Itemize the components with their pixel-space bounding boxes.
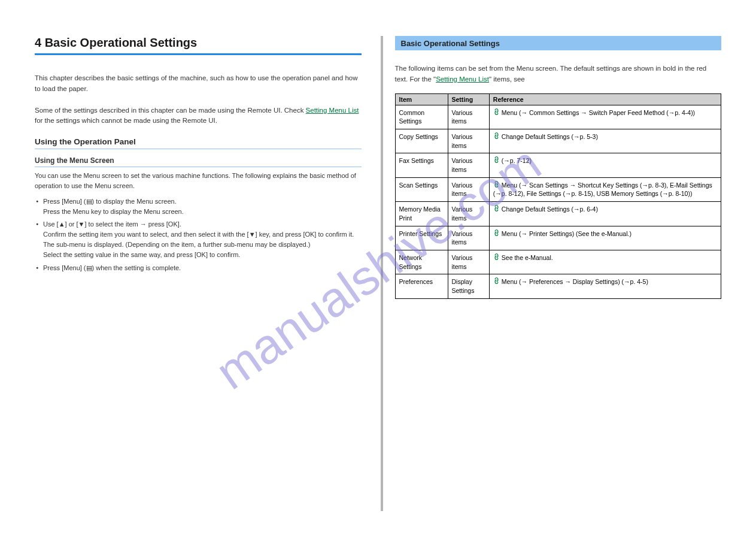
section-using-panel: Using the Operation Panel xyxy=(35,137,362,149)
cell-item: Scan Settings xyxy=(395,177,448,201)
cell-setting: Various items xyxy=(448,250,489,274)
cell-setting: Various items xyxy=(448,105,489,129)
center-divider xyxy=(381,36,383,511)
table-row: Common SettingsVarious itemsMenu (→ Comm… xyxy=(395,105,721,129)
right-intro: The following items can be set from the … xyxy=(395,64,722,85)
link-icon xyxy=(492,276,502,286)
step2-e: ] key, and press [OK] to confirm it. xyxy=(256,231,354,238)
up-icon: ▲ xyxy=(59,220,65,228)
cell-reference[interactable]: Change Default Settings (→p. 6-4) xyxy=(489,202,721,226)
step2-g: Select the setting value in the same way… xyxy=(43,251,240,258)
cell-item: Preferences xyxy=(395,274,448,298)
intro-2a: Some of the settings described in this c… xyxy=(35,107,306,114)
right-intro-link[interactable]: Setting Menu List xyxy=(436,75,489,83)
menu-icon-2: ▤ xyxy=(86,264,92,271)
cell-reference[interactable]: Menu (→ Preferences → Display Settings) … xyxy=(489,274,721,298)
cell-item: Printer Settings xyxy=(395,226,448,250)
table-row: Memory Media PrintVarious itemsChange De… xyxy=(395,202,721,226)
link-icon xyxy=(492,179,502,189)
link-icon xyxy=(492,228,502,237)
cell-reference[interactable]: Menu (→ Printer Settings) (See the e-Man… xyxy=(489,226,721,250)
cell-setting: Various items xyxy=(448,226,489,250)
cell-setting: Various items xyxy=(448,129,489,153)
settings-table: Item Setting Reference Common SettingsVa… xyxy=(395,93,722,299)
cell-reference[interactable]: See the e-Manual. xyxy=(489,250,721,274)
table-row: PreferencesDisplay SettingsMenu (→ Prefe… xyxy=(395,274,721,298)
cell-reference[interactable]: Change Default Settings (→p. 5-3) xyxy=(489,129,721,153)
th-setting: Setting xyxy=(448,93,489,105)
table-header-row: Item Setting Reference xyxy=(395,93,721,105)
table-row: Fax SettingsVarious items(→p. 7-12) xyxy=(395,153,721,177)
table-body: Common SettingsVarious itemsMenu (→ Comm… xyxy=(395,105,721,298)
step-2: Use [▲] or [▼] to select the item → pres… xyxy=(35,219,362,260)
th-reference: Reference xyxy=(489,93,721,105)
right-column: Basic Operational Settings The following… xyxy=(390,36,722,511)
cell-setting: Various items xyxy=(448,153,489,177)
intro-2b: for the settings which cannot be made us… xyxy=(35,117,217,124)
right-header-bar: Basic Operational Settings xyxy=(395,36,722,50)
intro-paragraph-1: This chapter describes the basic setting… xyxy=(35,73,362,95)
cell-setting: Various items xyxy=(448,202,489,226)
right-intro-b: " items, see xyxy=(489,75,525,83)
page-container: 4 Basic Operational Settings This chapte… xyxy=(0,0,756,535)
down-icon-2: ▼ xyxy=(249,231,256,238)
step2-c: ] to select the item → press [OK]. xyxy=(84,220,181,228)
step-1: Press [Menu] (▤) to display the Menu scr… xyxy=(35,197,362,217)
link-icon xyxy=(492,107,502,116)
menu-icon: ▤ xyxy=(86,198,92,205)
menu-body: You can use the Menu screen to set the v… xyxy=(35,171,362,191)
cell-setting: Display Settings xyxy=(448,274,489,298)
step1-b: ) to display the Menu screen. xyxy=(92,198,177,205)
step2-b: ] or [ xyxy=(65,220,78,228)
intro-paragraph-2: Some of the settings described in this c… xyxy=(35,105,362,127)
chapter-title: 4 Basic Operational Settings xyxy=(35,36,362,55)
step-3: Press [Menu] (▤) when the setting is com… xyxy=(35,263,362,273)
step3-b: ) when the setting is complete. xyxy=(92,264,181,271)
link-icon xyxy=(492,204,502,213)
cell-item: Network Settings xyxy=(395,250,448,274)
table-row: Network SettingsVarious itemsSee the e-M… xyxy=(395,250,721,274)
table-row: Copy SettingsVarious itemsChange Default… xyxy=(395,129,721,153)
table-row: Scan SettingsVarious itemsMenu (→ Scan S… xyxy=(395,177,721,201)
table-row: Printer SettingsVarious itemsMenu (→ Pri… xyxy=(395,226,721,250)
link-icon xyxy=(492,155,502,165)
cell-setting: Various items xyxy=(448,177,489,201)
down-icon: ▼ xyxy=(78,220,85,228)
step2-f: The sub-menu is displayed. (Depending on… xyxy=(43,241,310,248)
link-icon xyxy=(492,131,502,141)
step1-c: Press the Menu key to display the Menu s… xyxy=(43,208,184,215)
step1-a: Press [Menu] ( xyxy=(43,198,86,205)
link-icon xyxy=(492,252,502,262)
left-column: 4 Basic Operational Settings This chapte… xyxy=(35,36,374,511)
cell-item: Common Settings xyxy=(395,105,448,129)
step2-d: Confirm the setting item you want to sel… xyxy=(43,231,249,238)
cell-reference[interactable]: Menu (→ Scan Settings → Shortcut Key Set… xyxy=(489,177,721,201)
cell-item: Fax Settings xyxy=(395,153,448,177)
th-item: Item xyxy=(395,93,448,105)
sub-menu-heading: Using the Menu Screen xyxy=(35,156,362,167)
cell-item: Copy Settings xyxy=(395,129,448,153)
step3-a: Press [Menu] ( xyxy=(43,264,86,271)
cell-reference[interactable]: Menu (→ Common Settings → Switch Paper F… xyxy=(489,105,721,129)
step2-a: Use [ xyxy=(43,220,59,228)
cell-item: Memory Media Print xyxy=(395,202,448,226)
intro-2-link[interactable]: Setting Menu List xyxy=(306,107,359,114)
cell-reference[interactable]: (→p. 7-12) xyxy=(489,153,721,177)
